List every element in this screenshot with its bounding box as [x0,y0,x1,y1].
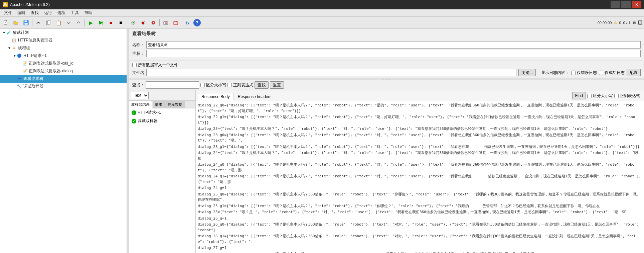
stop-button[interactable]: ■ [106,18,116,27]
tree-item-debug[interactable]: 🔧 调试取样器 [0,83,127,90]
expand-button[interactable] [64,18,73,27]
tree-item-http-header[interactable]: 📋 HTTP信息头管理器 [0,36,127,44]
panel-title: 查看结果树 [132,31,156,36]
sampler-list-item-http[interactable]: ✓ HTTP请求--1 [129,108,195,117]
file-input[interactable] [146,69,516,76]
comment-input[interactable] [146,50,641,57]
config-button[interactable]: 配置 [627,69,641,76]
svg-text:fx: fx [186,21,190,25]
tab-request[interactable]: 请求 [153,101,165,108]
only-error-checkbox[interactable] [571,71,576,75]
browse-button[interactable]: 浏览... [518,69,536,76]
toolbar-separator-4 [159,19,160,26]
response-case-checkbox[interactable] [587,94,592,98]
case-sensitive-checkbox[interactable] [200,83,205,87]
tree-item-regex-callid[interactable]: 📝 正则表达式提取器-call_id [0,60,127,67]
form-area: 名称： 注释： [129,39,644,61]
remote-stop-button[interactable] [139,18,148,27]
tab-results[interactable]: 取样器结果 [129,101,152,108]
response-tab-body[interactable]: Response Body [198,93,233,100]
shutdown-button[interactable]: ⏹ [116,18,126,27]
regex-checkbox[interactable] [227,83,232,87]
menu-run[interactable]: 运行 [41,9,55,16]
sampler-http-label: HTTP请求--1 [138,110,161,115]
collapse-button[interactable] [74,18,83,27]
only-error-label[interactable]: 仅错误日志 [571,70,597,76]
text-line: dialog_27_g0={"dialog": [{"text": "喂？是机主… [198,251,642,253]
menu-options[interactable]: 选项 [55,9,68,16]
text-line: dialog_26_g1={"dialog": [{"text": "喂？是机主… [198,233,642,245]
clear-all-button[interactable] [171,18,180,27]
file-area: 所有数据写入一个文件 文件名 浏览... 显示日志内容： 仅错误日志 仅成功日志… [129,61,644,78]
menu-help[interactable]: 帮助 [82,9,95,16]
save-button[interactable] [21,18,31,27]
response-find-button[interactable]: Find [572,92,586,99]
start-no-pause-button[interactable] [96,18,106,27]
remote-shutdown-button[interactable] [149,18,158,27]
title-bar: JM Apache JMeter (5.6.2) ─ □ ✕ [0,0,644,9]
minimize-button[interactable]: ─ [611,1,620,8]
response-regex-checkbox[interactable] [614,94,619,98]
text-line: dialog_23={"text": "喂？是机主本人吗？", "role": … [198,126,642,132]
maximize-button[interactable]: □ [621,1,631,8]
tab-response[interactable]: 响应数据 [165,101,185,108]
cut-button[interactable]: ✂ [34,18,43,27]
all-data-checkbox-label[interactable]: 所有数据写入一个文件 [132,62,641,68]
copy-button[interactable] [44,18,53,27]
text-line: dialog_24_g1={"dialog": [{"text": "喂？是机主… [198,173,642,185]
tree-item-results[interactable]: ✏ 查看结果树 [0,75,127,83]
sampler-debug-label: 调试取样器 [138,118,158,124]
all-data-checkbox[interactable] [132,63,137,67]
text-line: dialog_26_g0={"dialog": [{"text": "喂？是机主… [198,222,642,233]
menu-file[interactable]: 文件 [1,9,15,16]
menu-find[interactable]: 查找 [28,9,41,16]
response-case-text: 区分大小写 [593,93,613,99]
arrow-http-req: ▼ [13,54,17,58]
case-sensitive-label[interactable]: 区分大小写 [200,82,226,88]
response-text-content[interactable]: dialog_22_g0={"dialog": [{"text": "喂？是机主… [196,100,644,253]
close-button[interactable]: ✕ [632,1,641,8]
file-row: 文件名 浏览... 显示日志内容： 仅错误日志 仅成功日志 配置 [132,69,641,76]
tree-item-regex-dialog[interactable]: 📝 正则表达式提取器-dialog [0,67,127,75]
tree-item-debug-label: 调试取样器 [23,84,43,89]
start-button[interactable]: ▶ [86,18,96,27]
log-label: 显示日志内容： [541,70,569,76]
text-line: dialog_27_g=1 [198,245,642,251]
toolbar-right: 00:00:00 ⚠ 0 0 / 1 🖥 🔲 [598,20,643,25]
svg-rect-20 [174,22,178,24]
window-controls: ─ □ ✕ [611,1,641,8]
remote-start-button[interactable] [129,18,138,27]
sampler-type-select[interactable]: Text [131,92,149,99]
open-button[interactable] [11,18,21,27]
flag-icon: 🔲 [638,20,643,25]
only-success-text: 仅成功日志 [605,70,625,76]
search-input[interactable] [146,81,199,89]
tree-item-group[interactable]: ▼ ⚙ 线程组 [0,44,127,52]
tree-item-results-label: 查看结果树 [23,76,43,82]
comment-label: 注释： [132,51,144,57]
clear-button[interactable] [161,18,170,27]
find-button[interactable]: 查找 [255,81,269,89]
sampler-list-item-debug[interactable]: ✓ 调试取样器 [129,117,195,125]
tree-item-plan[interactable]: ▼ 🧪 猫试计划 [0,29,127,36]
toolbar-separator-5 [182,19,182,26]
only-success-label[interactable]: 仅成功日志 [599,70,625,76]
regex-label[interactable]: 正则表达式 [227,82,253,88]
toolbar-separator-1 [32,19,32,26]
tree-item-http-req[interactable]: ▼ 🔵 HTTP请求--1 [0,52,127,60]
response-tab-headers[interactable]: Response headers [234,93,275,100]
menu-tools[interactable]: 工具 [68,9,82,16]
response-case-label[interactable]: 区分大小写 [587,93,613,99]
text-line: dialog_26_g=1 [198,216,642,222]
only-error-text: 仅错误日志 [577,70,597,76]
remote-icon: 🖥 [632,21,636,25]
new-button[interactable] [1,18,11,27]
response-regex-label[interactable]: 正则表达式 [614,93,640,99]
paste-button[interactable]: 📋 [54,18,63,27]
help-button[interactable]: ? [193,19,201,26]
function-helper-button[interactable]: fx [183,18,193,27]
only-success-checkbox[interactable] [599,71,603,75]
menu-edit[interactable]: 编辑 [15,9,28,16]
name-input[interactable] [146,41,641,49]
reset-button[interactable]: 重置 [270,81,284,89]
